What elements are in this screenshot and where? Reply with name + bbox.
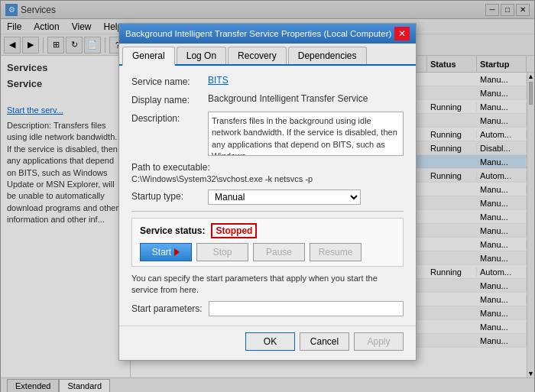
path-value: C:\Windows\System32\svchost.exe -k netsv…	[131, 174, 404, 183]
apply-button[interactable]: Apply	[354, 332, 404, 351]
startup-type-row: Startup type: Automatic Automatic (Delay…	[131, 190, 404, 205]
stop-button[interactable]: Stop	[196, 243, 248, 261]
params-input[interactable]	[209, 301, 404, 316]
dialog-footer: OK Cancel Apply	[119, 326, 416, 360]
cancel-button[interactable]: Cancel	[300, 332, 349, 351]
properties-dialog: Background Intelligent Transfer Service …	[118, 23, 417, 361]
path-row: Path to executable: C:\Windows\System32\…	[131, 162, 404, 183]
path-label: Path to executable:	[131, 162, 404, 173]
startup-label: Startup type:	[131, 190, 208, 202]
dialog-overlay: Background Intelligent Transfer Service …	[0, 0, 535, 392]
dialog-title: Background Intelligent Transfer Service …	[125, 29, 394, 38]
pause-button[interactable]: Pause	[253, 243, 305, 261]
helper-text: You can specify the start parameters tha…	[131, 273, 404, 296]
stop-label: Stop	[213, 247, 232, 258]
resume-button[interactable]: Resume	[310, 243, 362, 261]
dialog-body: Service name: BITS Display name: Backgro…	[119, 66, 416, 326]
description-label: Description:	[131, 112, 208, 124]
service-action-buttons: Start Stop Pause Resume	[140, 243, 395, 261]
dialog-tabs: General Log On Recovery Dependencies	[119, 44, 416, 66]
dialog-title-bar: Background Intelligent Transfer Service …	[119, 24, 416, 44]
status-label: Service status:	[140, 225, 205, 236]
description-textarea[interactable]: Transfers files in the background using …	[208, 112, 404, 156]
startup-type-select[interactable]: Automatic Automatic (Delayed Start) Manu…	[208, 190, 361, 205]
divider	[131, 211, 404, 212]
start-label: Start	[152, 247, 171, 258]
service-name-label: Service name:	[131, 75, 208, 87]
tab-general[interactable]: General	[122, 47, 175, 66]
tab-dependencies[interactable]: Dependencies	[288, 47, 367, 64]
params-row: Start parameters:	[131, 301, 404, 316]
status-row: Service status: Stopped	[140, 223, 395, 238]
start-button[interactable]: Start	[140, 243, 192, 261]
tab-logon[interactable]: Log On	[177, 47, 226, 64]
status-value: Stopped	[211, 223, 257, 238]
description-row: Description: Transfers files in the back…	[131, 112, 404, 156]
tab-recovery[interactable]: Recovery	[228, 47, 287, 64]
dialog-close-button[interactable]: ✕	[394, 27, 410, 40]
display-name-label: Display name:	[131, 93, 208, 105]
service-status-section: Service status: Stopped Start Stop Pause	[131, 218, 404, 267]
service-name-row: Service name: BITS	[131, 75, 404, 87]
display-name-value: Background Intelligent Transfer Service	[208, 93, 404, 104]
params-label: Start parameters:	[131, 303, 203, 314]
start-arrow-icon	[174, 248, 180, 256]
resume-label: Resume	[319, 247, 353, 258]
ok-button[interactable]: OK	[245, 332, 295, 351]
pause-label: Pause	[266, 247, 292, 258]
display-name-row: Display name: Background Intelligent Tra…	[131, 93, 404, 105]
service-name-value[interactable]: BITS	[208, 75, 404, 86]
